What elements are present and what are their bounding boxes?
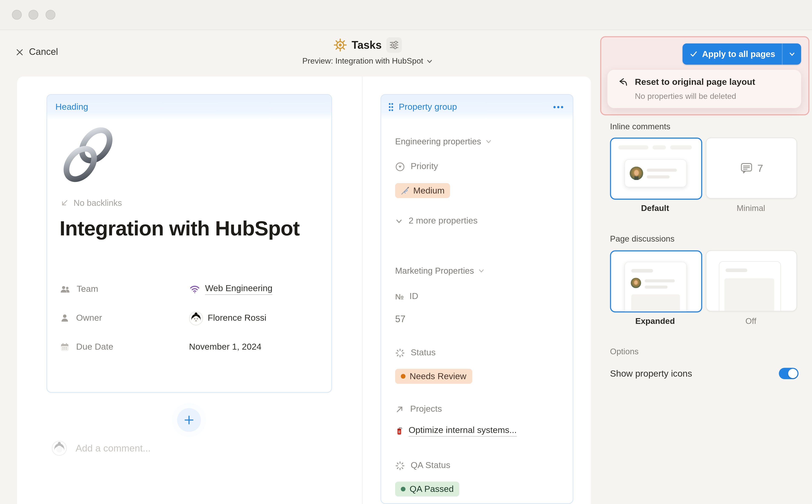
window-close-button[interactable] — [12, 10, 22, 20]
person-icon — [60, 313, 70, 323]
priority-row[interactable]: Priority — [395, 161, 438, 172]
undo-arrow-icon — [618, 77, 628, 87]
fire-extinguisher-icon — [395, 426, 404, 436]
chevron-down-icon — [395, 217, 403, 225]
team-value-label: Web Engineering — [205, 283, 272, 295]
preview-selector[interactable]: Preview: Integration with HubSpot — [225, 56, 511, 66]
section-engineering-label: Engineering properties — [395, 137, 481, 146]
chevron-down-icon — [478, 268, 485, 274]
more-properties-row[interactable]: 2 more properties — [395, 216, 477, 226]
numero-icon: № — [395, 292, 404, 301]
discussion-preview-card — [625, 262, 687, 312]
window-titlebar — [0, 0, 812, 30]
heading-block[interactable]: Heading — [47, 94, 332, 393]
check-icon — [690, 50, 697, 58]
helm-icon — [333, 38, 347, 52]
qa-status-label: QA Status — [411, 460, 450, 471]
qa-status-value-pill[interactable]: QA Passed — [395, 482, 459, 497]
due-date-value-label: November 1, 2024 — [189, 342, 262, 352]
database-title: Tasks — [352, 39, 382, 51]
arrow-northeast-icon — [395, 404, 405, 414]
projects-value-label: Optimize internal systems... — [409, 425, 517, 437]
apply-to-all-pages-button[interactable]: Apply to all pages — [682, 43, 801, 65]
projects-row[interactable]: Projects — [395, 404, 442, 414]
team-label-cell[interactable]: Team — [60, 284, 189, 295]
section-marketing[interactable]: Marketing Properties — [395, 266, 485, 276]
people-icon — [60, 284, 70, 295]
drag-handle-icon[interactable] — [388, 102, 394, 111]
page-discussions-off-option[interactable] — [706, 250, 797, 311]
comment-input[interactable]: Add a comment... — [76, 443, 151, 454]
priority-value-pill[interactable]: Medium — [395, 183, 450, 198]
reset-layout-item[interactable]: Reset to original page layout No propert… — [607, 70, 801, 108]
column-divider — [362, 77, 362, 504]
qa-status-dot — [401, 487, 406, 491]
page-discussions-title: Page discussions — [610, 234, 675, 244]
id-value[interactable]: 57 — [395, 314, 406, 325]
status-label: Status — [411, 348, 436, 358]
show-property-icons-label: Show property icons — [610, 368, 692, 379]
wifi-icon — [189, 283, 200, 295]
id-label: ID — [409, 291, 418, 302]
options-title: Options — [610, 347, 639, 356]
heading-block-header: Heading — [47, 95, 331, 119]
projects-value[interactable]: Optimize internal systems... — [395, 425, 517, 437]
reset-subtitle: No properties will be deleted — [635, 92, 736, 101]
id-row[interactable]: № ID — [395, 291, 418, 302]
apply-label: Apply to all pages — [702, 49, 775, 59]
backlinks-row[interactable]: No backlinks — [60, 198, 122, 208]
avatar-florence — [189, 311, 203, 325]
owner-value-label: Florence Rossi — [208, 313, 266, 323]
page-icon-chain[interactable] — [58, 125, 116, 186]
layout-settings-button[interactable] — [386, 37, 402, 53]
section-engineering[interactable]: Engineering properties — [395, 137, 492, 146]
close-icon — [16, 48, 24, 56]
due-date-value[interactable]: November 1, 2024 — [189, 342, 262, 352]
status-value-label: Needs Review — [410, 371, 466, 382]
team-value[interactable]: Web Engineering — [189, 283, 273, 295]
reset-title: Reset to original page layout — [635, 77, 755, 87]
due-date-label: Due Date — [76, 342, 113, 352]
priority-label: Priority — [411, 161, 438, 172]
cancel-button[interactable]: Cancel — [16, 47, 58, 57]
owner-label-cell[interactable]: Owner — [60, 313, 189, 323]
property-row-owner: Owner Florence Rossi — [60, 310, 319, 326]
status-value-pill[interactable]: Needs Review — [395, 369, 472, 384]
property-group-badge: Property group — [399, 102, 457, 112]
owner-value[interactable]: Florence Rossi — [189, 311, 266, 325]
inline-comments-minimal-option[interactable]: 7 — [706, 138, 797, 199]
window-zoom-button[interactable] — [46, 10, 55, 20]
apply-dropdown-button[interactable] — [782, 43, 801, 65]
page-discussions-off-label: Off — [706, 317, 796, 326]
qa-status-row[interactable]: QA Status — [395, 460, 450, 471]
priority-icon — [395, 162, 405, 171]
window-minimize-button[interactable] — [29, 10, 38, 20]
qa-status-value-label: QA Passed — [410, 484, 454, 494]
page-discussions-expanded-label: Expanded — [610, 317, 700, 326]
needle-icon — [401, 187, 409, 195]
team-label: Team — [77, 284, 98, 294]
avatar-comment — [52, 441, 67, 456]
property-group-block[interactable]: Property group ••• Engineering propertie… — [381, 94, 573, 504]
property-group-header: Property group ••• — [381, 95, 573, 119]
inline-comments-default-label: Default — [610, 204, 700, 213]
priority-value-label: Medium — [413, 185, 445, 196]
more-options-icon[interactable]: ••• — [553, 103, 564, 111]
add-block-button[interactable] — [177, 408, 201, 432]
page-title[interactable]: Integration with HubSpot — [60, 216, 313, 241]
projects-label: Projects — [410, 404, 442, 414]
show-property-icons-toggle[interactable] — [779, 368, 798, 379]
add-comment-row[interactable]: Add a comment... — [52, 441, 151, 456]
inline-comments-default-option[interactable] — [610, 138, 702, 200]
comment-preview-card — [625, 159, 687, 187]
header-center: Tasks Preview: Integration with HubSpot — [225, 37, 511, 66]
comment-count: 7 — [757, 162, 763, 174]
preview-panel: Heading — [17, 77, 591, 504]
page-discussions-expanded-option[interactable] — [610, 250, 702, 312]
status-spinner-icon — [395, 348, 405, 358]
section-marketing-label: Marketing Properties — [395, 266, 474, 276]
due-date-label-cell[interactable]: Due Date — [60, 342, 189, 352]
sliders-icon — [389, 40, 399, 50]
status-row[interactable]: Status — [395, 348, 436, 358]
backlinks-label: No backlinks — [73, 198, 122, 208]
